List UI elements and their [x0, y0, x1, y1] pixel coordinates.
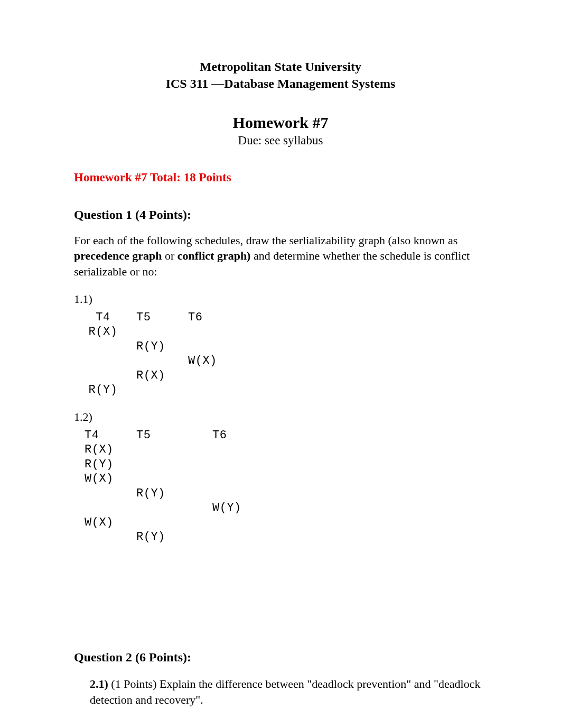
cell: R(Y)	[129, 530, 181, 545]
cell	[181, 339, 232, 354]
cell: R(X)	[77, 443, 129, 457]
table-row: W(X)	[77, 354, 232, 368]
col-header: T6	[181, 310, 232, 325]
cell	[181, 515, 257, 530]
cell	[181, 530, 257, 545]
table-row: T4 T5 T6	[77, 428, 257, 443]
question-2-sub1: 2.1) (1 Points) Explain the difference b…	[74, 676, 487, 707]
q1-sub1-label: 1.1)	[74, 292, 487, 306]
q1-intro-a: For each of the following schedules, dra…	[74, 234, 457, 247]
cell: R(Y)	[129, 339, 181, 354]
cell: R(X)	[77, 325, 129, 339]
cell	[77, 339, 129, 354]
col-header: T4	[77, 310, 129, 325]
col-header: T6	[181, 428, 257, 443]
cell: W(X)	[181, 354, 232, 368]
col-header: T4	[77, 428, 129, 443]
q1-intro-d: conflict graph)	[177, 249, 251, 262]
cell	[181, 325, 232, 339]
cell: R(Y)	[129, 486, 181, 501]
table-row: R(Y)	[77, 530, 257, 545]
question-1-intro: For each of the following schedules, dra…	[74, 233, 487, 280]
table-row: T4 T5 T6	[77, 310, 232, 325]
table-row: R(Y)	[77, 457, 257, 472]
table-row: R(Y)	[77, 486, 257, 501]
q2-sub-text: (1 Points) Explain the difference betwee…	[90, 677, 480, 706]
cell: W(X)	[77, 515, 129, 530]
cell	[77, 530, 129, 545]
cell	[181, 443, 257, 457]
document-page: Metropolitan State University ICS 311 —D…	[0, 0, 561, 728]
homework-title: Homework #7	[74, 114, 487, 132]
cell	[129, 472, 181, 486]
q1-intro-b: precedence graph	[74, 249, 162, 262]
question-1-heading: Question 1 (4 Points):	[74, 208, 487, 222]
cell	[77, 368, 129, 383]
cell: W(Y)	[181, 501, 257, 515]
cell	[129, 383, 181, 398]
schedule-2-table: T4 T5 T6 R(X) R(Y) W(X) R(Y) W(Y)	[77, 428, 257, 545]
schedule-1-table: T4 T5 T6 R(X) R(Y) W(X) R(X) R(Y)	[77, 310, 232, 398]
table-row: R(Y)	[77, 339, 232, 354]
cell	[181, 472, 257, 486]
cell: R(Y)	[77, 383, 129, 398]
table-row: R(X)	[77, 325, 232, 339]
q2-sub-label: 2.1)	[90, 677, 108, 690]
university-name: Metropolitan State University	[74, 58, 487, 75]
table-row: W(X)	[77, 515, 257, 530]
course-name: ICS 311 —Database Management Systems	[74, 75, 487, 92]
cell	[129, 443, 181, 457]
cell	[129, 501, 181, 515]
table-row: R(X)	[77, 368, 232, 383]
cell	[181, 486, 257, 501]
cell	[181, 383, 232, 398]
q1-intro-c: or	[162, 249, 177, 262]
table-row: R(X)	[77, 443, 257, 457]
table-row: W(X)	[77, 472, 257, 486]
q1-sub2-label: 1.2)	[74, 410, 487, 424]
cell	[77, 354, 129, 368]
cell	[129, 515, 181, 530]
cell: W(X)	[77, 472, 129, 486]
header-block: Metropolitan State University ICS 311 —D…	[74, 58, 487, 93]
cell	[77, 486, 129, 501]
cell	[129, 457, 181, 472]
due-line: Due: see syllabus	[74, 134, 487, 148]
cell	[77, 501, 129, 515]
cell: R(X)	[129, 368, 181, 383]
table-row: R(Y)	[77, 383, 232, 398]
table-row: W(Y)	[77, 501, 257, 515]
cell: R(Y)	[77, 457, 129, 472]
total-points: Homework #7 Total: 18 Points	[74, 171, 487, 185]
cell	[181, 457, 257, 472]
question-2-heading: Question 2 (6 Points):	[74, 650, 487, 665]
cell	[129, 354, 181, 368]
cell	[129, 325, 181, 339]
col-header: T5	[129, 428, 181, 443]
cell	[181, 368, 232, 383]
col-header: T5	[129, 310, 181, 325]
